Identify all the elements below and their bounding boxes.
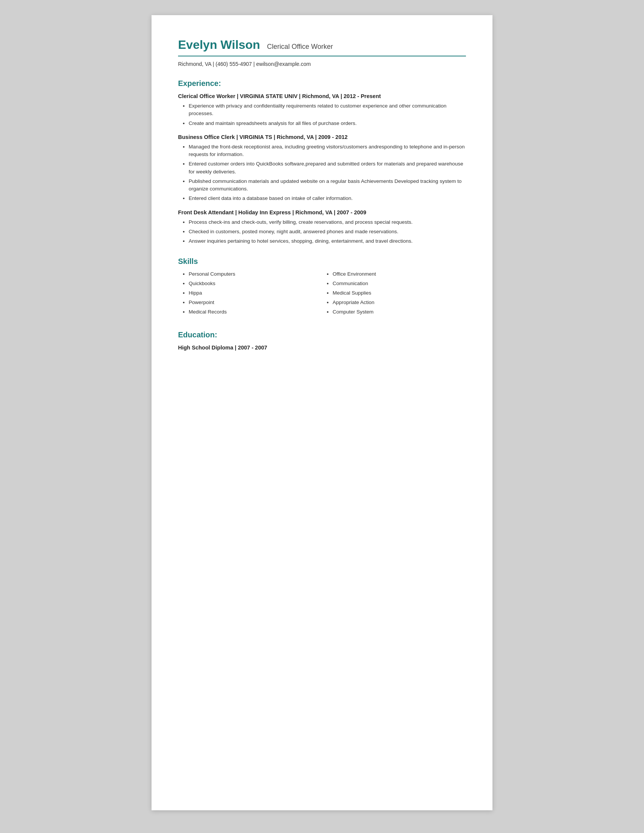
name-line: Evelyn Wilson Clerical Office Worker (178, 38, 466, 52)
skills-section-title: Skills (178, 257, 466, 266)
header-divider (178, 56, 466, 56)
list-item: Entered customer orders into QuickBooks … (188, 160, 466, 176)
job-bullets-1: Experience with privacy and confidential… (178, 102, 466, 127)
list-item: Office Environment (333, 271, 466, 277)
skills-section: Skills Personal Computers Quickbooks Hip… (178, 257, 466, 318)
job-header-1: Clerical Office Worker | VIRGINIA STATE … (178, 93, 466, 99)
list-item: Experience with privacy and confidential… (188, 102, 466, 118)
job-title: Clerical Office Worker (267, 43, 333, 51)
list-item: Medical Records (188, 309, 322, 315)
list-item: Communication (333, 281, 466, 286)
job-entry-2: Business Office Clerk | VIRGINIA TS | Ri… (178, 134, 466, 203)
job-header-2: Business Office Clerk | VIRGINIA TS | Ri… (178, 134, 466, 140)
list-item: Appropriate Action (333, 299, 466, 305)
education-section-title: Education: (178, 331, 466, 339)
list-item: Hippa (188, 290, 322, 296)
list-item: Create and maintain spreadsheets analysi… (188, 120, 466, 127)
job-bullets-2: Managed the front-desk receptionist area… (178, 143, 466, 203)
list-item: Published communication materials and up… (188, 178, 466, 193)
header-section: Evelyn Wilson Clerical Office Worker Ric… (178, 38, 466, 67)
job-bullets-3: Process check-ins and check-outs, verify… (178, 219, 466, 245)
experience-section-title: Experience: (178, 79, 466, 88)
list-item: Checked in customers, posted money, nigh… (188, 228, 466, 235)
full-name: Evelyn Wilson (178, 38, 260, 52)
list-item: Medical Supplies (333, 290, 466, 296)
job-entry-1: Clerical Office Worker | VIRGINIA STATE … (178, 93, 466, 127)
list-item: Personal Computers (188, 271, 322, 277)
skills-right-column: Office Environment Communication Medical… (322, 271, 466, 318)
list-item: Quickbooks (188, 281, 322, 286)
list-item: Computer System (333, 309, 466, 315)
list-item: Managed the front-desk receptionist area… (188, 143, 466, 159)
education-section: Education: High School Diploma | 2007 - … (178, 331, 466, 351)
skills-left-column: Personal Computers Quickbooks Hippa Powe… (178, 271, 322, 318)
skills-grid: Personal Computers Quickbooks Hippa Powe… (178, 271, 466, 318)
resume-page: Evelyn Wilson Clerical Office Worker Ric… (151, 15, 493, 810)
job-header-3: Front Desk Attendant | Holiday Inn Expre… (178, 209, 466, 215)
contact-line: Richmond, VA | (460) 555-4907 | ewilson@… (178, 61, 466, 67)
experience-section: Experience: Clerical Office Worker | VIR… (178, 79, 466, 245)
list-item: Process check-ins and check-outs, verify… (188, 219, 466, 226)
list-item: Answer inquiries pertaining to hotel ser… (188, 237, 466, 245)
list-item: Powerpoint (188, 299, 322, 305)
education-entry-1: High School Diploma | 2007 - 2007 (178, 344, 466, 351)
job-entry-3: Front Desk Attendant | Holiday Inn Expre… (178, 209, 466, 245)
list-item: Entered client data into a database base… (188, 195, 466, 202)
